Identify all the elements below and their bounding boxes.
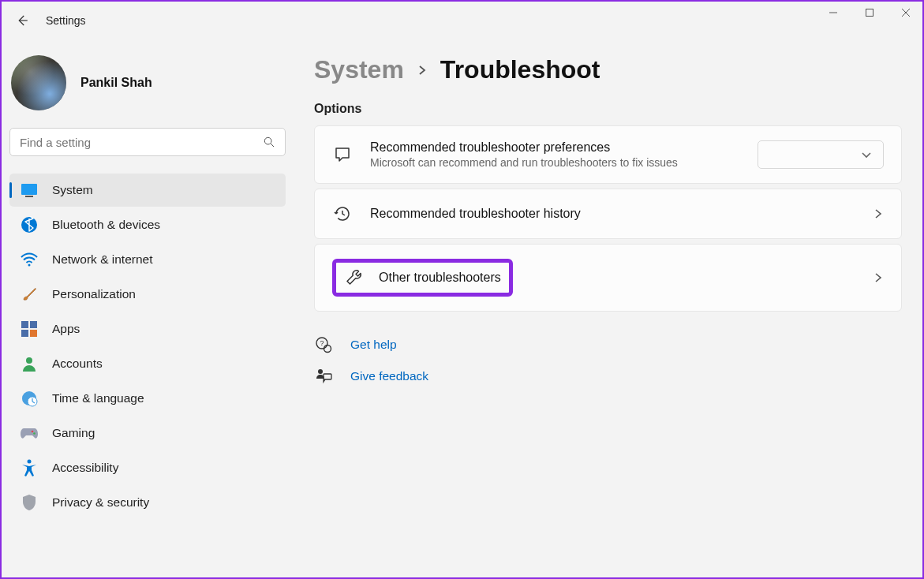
section-label: Options <box>314 102 902 116</box>
sidebar-item-label: Network & internet <box>52 252 153 267</box>
get-help-link[interactable]: ? Get help <box>314 335 902 354</box>
chat-icon <box>332 144 353 165</box>
breadcrumb-parent[interactable]: System <box>314 55 404 84</box>
back-button[interactable] <box>14 13 30 28</box>
link-label: Get help <box>350 338 397 352</box>
sidebar-item-label: Accounts <box>52 357 103 371</box>
main-content: System Troubleshoot Options Recommended … <box>294 39 922 577</box>
wifi-icon <box>21 251 38 268</box>
svg-point-22 <box>28 460 32 464</box>
give-feedback-link[interactable]: Give feedback <box>314 367 902 386</box>
clock-globe-icon <box>21 390 38 407</box>
sidebar-item-label: Accessibility <box>52 461 118 475</box>
sidebar-item-label: Personalization <box>52 287 136 301</box>
svg-rect-1 <box>866 9 873 17</box>
breadcrumb: System Troubleshoot <box>314 55 902 84</box>
brush-icon <box>21 286 38 303</box>
svg-rect-7 <box>21 184 37 195</box>
svg-rect-11 <box>21 321 28 328</box>
svg-rect-13 <box>21 330 28 337</box>
shield-icon <box>21 494 38 511</box>
svg-line-6 <box>271 144 274 147</box>
maximize-button[interactable] <box>851 0 888 25</box>
sidebar-item-label: System <box>52 183 93 197</box>
card-history[interactable]: Recommended troubleshooter history <box>314 189 902 239</box>
highlight-other-troubleshooters: Other troubleshooters <box>332 259 513 297</box>
user-name: Pankil Shah <box>80 76 152 90</box>
svg-rect-12 <box>30 321 37 328</box>
svg-point-26 <box>318 369 323 374</box>
system-icon <box>21 181 38 199</box>
history-icon <box>332 204 353 224</box>
svg-point-25 <box>324 346 331 353</box>
svg-rect-27 <box>324 374 331 379</box>
svg-point-21 <box>33 432 36 435</box>
svg-text:?: ? <box>320 339 324 347</box>
feedback-icon <box>314 367 333 386</box>
sidebar-item-bluetooth[interactable]: Bluetooth & devices <box>9 208 286 241</box>
card-title: Other troubleshooters <box>379 271 501 285</box>
accessibility-icon <box>21 459 38 476</box>
sidebar-item-label: Time & language <box>52 391 144 405</box>
search-box[interactable] <box>9 128 286 156</box>
apps-icon <box>21 320 38 338</box>
minimize-button[interactable] <box>815 0 851 25</box>
chevron-right-icon <box>873 208 884 219</box>
sidebar-item-accounts[interactable]: Accounts <box>9 347 286 380</box>
window-controls <box>815 0 924 25</box>
sidebar-item-network[interactable]: Network & internet <box>9 243 286 276</box>
wrench-icon <box>344 267 365 288</box>
card-subtitle: Microsoft can recommend and run troubles… <box>370 156 740 169</box>
accounts-icon <box>21 355 38 372</box>
sidebar-item-time-language[interactable]: Time & language <box>9 382 286 415</box>
nav: System Bluetooth & devices Network & int… <box>9 174 286 519</box>
svg-point-5 <box>264 137 271 144</box>
sidebar-item-personalization[interactable]: Personalization <box>9 278 286 311</box>
sidebar-item-label: Bluetooth & devices <box>52 218 160 232</box>
sidebar-item-system[interactable]: System <box>9 174 286 207</box>
link-label: Give feedback <box>350 369 428 383</box>
sidebar-item-label: Apps <box>52 322 80 336</box>
window-title: Settings <box>46 14 86 27</box>
sidebar-item-apps[interactable]: Apps <box>9 312 286 346</box>
close-button[interactable] <box>888 0 924 25</box>
help-icon: ? <box>314 335 333 354</box>
sidebar-item-privacy[interactable]: Privacy & security <box>9 486 286 519</box>
avatar <box>11 55 66 110</box>
bluetooth-icon <box>21 216 38 233</box>
sidebar-item-label: Gaming <box>52 426 95 440</box>
gaming-icon <box>21 424 38 442</box>
search-input[interactable] <box>20 136 263 149</box>
preferences-dropdown[interactable] <box>758 140 884 169</box>
card-title: Recommended troubleshooter history <box>370 207 855 221</box>
svg-rect-14 <box>30 330 37 337</box>
breadcrumb-current: Troubleshoot <box>440 55 600 84</box>
svg-point-20 <box>32 431 34 433</box>
chevron-down-icon <box>861 149 872 160</box>
sidebar-item-gaming[interactable]: Gaming <box>9 417 286 450</box>
titlebar: Settings <box>2 2 922 39</box>
card-other-troubleshooters[interactable]: Other troubleshooters <box>314 244 902 312</box>
search-icon <box>263 136 275 148</box>
user-profile[interactable]: Pankil Shah <box>9 49 286 125</box>
card-title: Recommended troubleshooter preferences <box>370 140 740 155</box>
svg-rect-8 <box>25 196 33 197</box>
sidebar-item-accessibility[interactable]: Accessibility <box>9 451 286 484</box>
svg-point-15 <box>26 357 32 364</box>
sidebar: Pankil Shah System Bluetooth & devices <box>2 39 294 577</box>
chevron-right-icon <box>873 272 884 283</box>
help-links: ? Get help Give feedback <box>314 335 902 386</box>
sidebar-item-label: Privacy & security <box>52 495 149 510</box>
card-preferences[interactable]: Recommended troubleshooter preferences M… <box>314 125 902 184</box>
svg-point-10 <box>28 264 31 267</box>
chevron-right-icon <box>417 65 428 76</box>
